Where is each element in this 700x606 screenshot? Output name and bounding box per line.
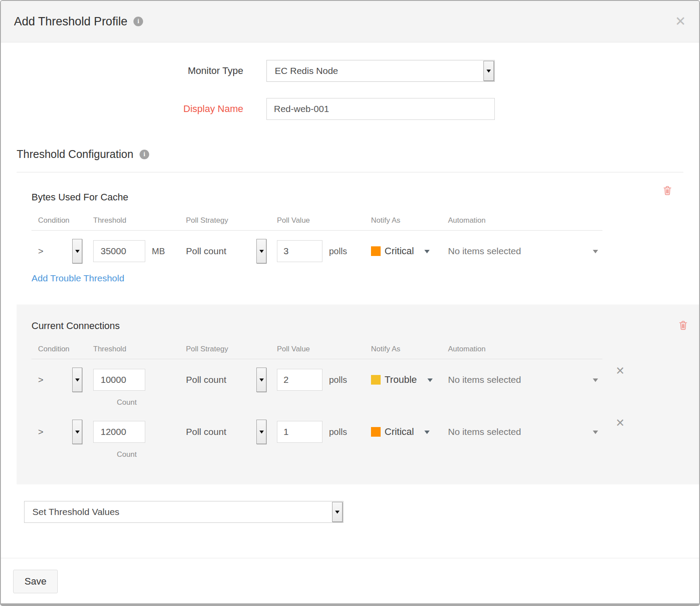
notify-as-select[interactable]: Critical [371,426,448,438]
monitor-type-label: Monitor Type [17,65,266,77]
automation-select[interactable]: No items selected [448,375,602,385]
threshold-input[interactable] [93,421,145,443]
threshold-cell [93,421,186,443]
notify-as-value: Critical [385,426,414,438]
info-icon[interactable]: i [133,17,143,26]
dialog-title: Add Threshold Profile [14,15,127,28]
monitor-type-value: EC Redis Node [267,66,483,76]
notify-as-value: Trouble [385,374,417,385]
poll-strategy-select[interactable]: Poll count [186,239,277,263]
condition-value: > [32,375,43,385]
column-notify-as: Notify As [371,216,448,225]
column-condition: Condition [32,345,93,354]
column-poll-value: Poll Value [277,345,371,354]
metric-name: Current Connections [32,320,686,332]
metric-block-current-connections: Current Connections Condition Threshold … [17,305,699,484]
remove-row-icon[interactable]: ✕ [616,365,625,376]
delete-metric-icon[interactable] [663,186,672,197]
automation-value: No items selected [448,427,521,437]
column-automation: Automation [448,216,602,225]
column-notify-as: Notify As [371,345,448,354]
dropdown-arrow-icon[interactable] [332,502,343,522]
dropdown-arrow-icon[interactable] [256,368,266,392]
condition-select[interactable]: > [32,420,93,444]
dropdown-arrow-icon[interactable] [256,420,266,444]
condition-value: > [32,246,43,256]
monitor-type-select[interactable]: EC Redis Node [266,60,495,82]
display-name-label: Display Name [17,103,266,115]
poll-strategy-select[interactable]: Poll count [186,420,277,444]
dropdown-arrow-icon[interactable] [256,239,266,263]
notify-as-select[interactable]: Trouble [371,374,448,385]
threshold-configuration-heading: Threshold Configuration i [17,148,683,172]
poll-strategy-value: Poll count [186,375,226,385]
monitor-type-row: Monitor Type EC Redis Node [17,60,683,82]
notify-as-value: Critical [385,245,414,257]
chevron-down-icon [593,378,598,385]
automation-select[interactable]: No items selected [448,246,602,256]
chevron-down-icon [593,431,598,437]
delete-metric-icon[interactable] [679,320,688,332]
set-threshold-values-select[interactable]: Set Threshold Values [24,501,343,523]
chevron-down-icon [424,250,430,256]
poll-value-unit: polls [329,375,347,385]
poll-strategy-value: Poll count [186,246,226,256]
poll-value-cell: polls [277,369,371,391]
chevron-down-icon [424,431,430,437]
condition-select[interactable]: > [32,368,93,392]
chevron-down-icon [593,250,598,256]
severity-color-swatch [371,246,381,256]
threshold-row: > Poll count polls [32,359,686,393]
poll-value-input[interactable] [277,421,322,443]
automation-value: No items selected [448,375,521,385]
add-trouble-threshold-link[interactable]: Add Trouble Threshold [32,273,124,284]
poll-value-unit: polls [329,427,347,437]
column-threshold: Threshold [93,216,186,225]
display-name-input[interactable] [266,98,495,120]
threshold-cell: MB [93,240,186,262]
dropdown-arrow-icon[interactable] [72,420,82,444]
threshold-unit: MB [152,246,165,256]
automation-select[interactable]: No items selected [448,427,602,437]
column-poll-value: Poll Value [277,216,371,225]
display-name-row: Display Name [17,98,683,120]
poll-value-unit: polls [329,246,347,256]
set-threshold-values-value: Set Threshold Values [24,507,332,517]
threshold-sub-unit: Count [117,450,686,459]
threshold-input[interactable] [93,240,145,262]
column-automation: Automation [448,345,602,354]
save-button[interactable]: Save [13,570,58,593]
poll-value-input[interactable] [277,369,322,391]
threshold-input[interactable] [93,369,145,391]
dropdown-arrow-icon[interactable] [72,239,82,263]
column-threshold: Threshold [93,345,186,354]
column-poll-strategy: Poll Strategy [186,216,277,225]
poll-strategy-value: Poll count [186,427,226,437]
poll-value-cell: polls [277,240,371,262]
severity-color-swatch [371,427,381,437]
notify-as-select[interactable]: Critical [371,245,448,257]
info-icon[interactable]: i [140,150,149,159]
remove-row-icon[interactable]: ✕ [616,417,625,428]
threshold-row: > MB Poll count polls [32,231,670,264]
poll-strategy-select[interactable]: Poll count [186,368,277,392]
metric-block-bytes-used-for-cache: Bytes Used For Cache Condition Threshold… [17,192,683,284]
column-headers: Condition Threshold Poll Strategy Poll V… [32,216,602,231]
dialog-footer: Save [1,558,699,605]
threshold-row: > Poll count polls [32,411,686,445]
column-condition: Condition [32,216,93,225]
condition-value: > [32,427,43,437]
close-icon[interactable]: ✕ [675,15,686,28]
automation-value: No items selected [448,246,521,256]
poll-value-cell: polls [277,421,371,443]
dropdown-arrow-icon[interactable] [483,61,494,81]
dropdown-arrow-icon[interactable] [72,368,82,392]
add-threshold-profile-dialog: Add Threshold Profile i ✕ Monitor Type E… [0,0,700,606]
threshold-sub-unit: Count [117,398,686,407]
metric-name: Bytes Used For Cache [32,192,670,203]
condition-select[interactable]: > [32,239,93,263]
chevron-down-icon [427,378,433,385]
column-headers: Condition Threshold Poll Strategy Poll V… [32,345,602,359]
poll-value-input[interactable] [277,240,322,262]
dialog-header: Add Threshold Profile i ✕ [1,1,699,42]
